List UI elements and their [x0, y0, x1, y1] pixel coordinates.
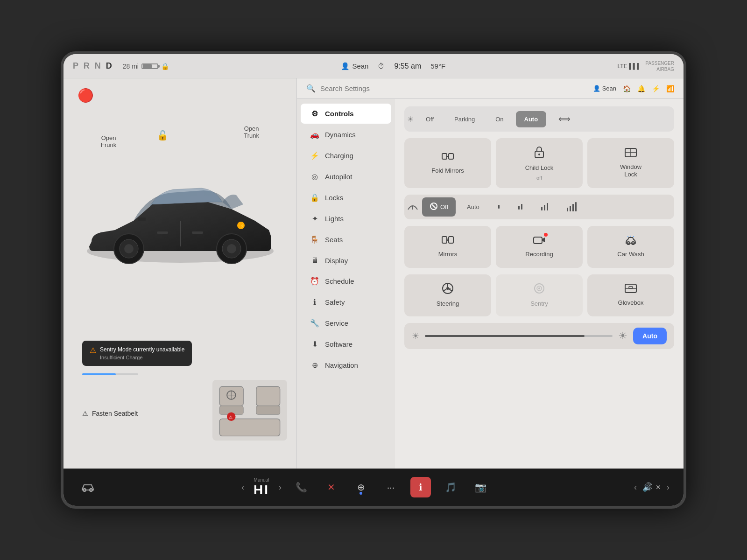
brightness-auto-button[interactable]: Auto [633, 328, 667, 344]
wiper-auto-button[interactable]: Auto [459, 199, 487, 215]
car-taskbar-button[interactable] [78, 477, 98, 497]
nav-item-charging[interactable]: ⚡ Charging [301, 146, 391, 166]
row3-buttons: Steering Sentry [404, 274, 674, 316]
nav-item-display[interactable]: 🖥 Display [301, 251, 391, 270]
autopilot-icon: ◎ [310, 172, 319, 181]
nav-item-dynamics[interactable]: 🚗 Dynamics [301, 125, 391, 145]
clock-icon: ⏱ [378, 62, 385, 70]
signal-icon[interactable]: 📶 [666, 85, 674, 92]
nav-item-service[interactable]: 🔧 Service [301, 313, 391, 333]
nav-item-lights[interactable]: ✦ Lights [301, 209, 391, 229]
seatbelt-text: Fasten Seatbelt [92, 410, 138, 417]
brightness-slider[interactable] [425, 335, 613, 337]
car-wash-button[interactable]: Car Wash [587, 226, 674, 268]
nav-item-safety[interactable]: ℹ Safety [301, 292, 391, 312]
nav-item-software[interactable]: ⬇ Software [301, 334, 391, 354]
svg-rect-34 [442, 237, 447, 243]
fold-mirrors-icon [441, 151, 454, 164]
media-display: Manual HI [254, 477, 269, 497]
info-button[interactable]: ℹ [410, 477, 431, 497]
fold-mirrors-label: Fold Mirrors [431, 167, 464, 175]
wiper-off-button[interactable]: Off [422, 197, 456, 217]
wiper-speed1-button[interactable] [491, 200, 507, 213]
prev-arrow[interactable]: ‹ [241, 483, 244, 492]
light-parking-button[interactable]: Parking [446, 111, 483, 127]
cancel-icon[interactable]: ✕ [321, 477, 341, 497]
nav-item-navigation[interactable]: ⊕ Navigation [301, 355, 391, 375]
steering-label: Steering [437, 300, 459, 308]
nav-item-schedule[interactable]: ⏰ Schedule [301, 271, 391, 291]
vol-next[interactable]: › [667, 483, 669, 492]
svg-rect-36 [534, 237, 542, 244]
profile-icon-item[interactable]: 👤 Sean [593, 85, 616, 92]
alert-icon: ⚠ [82, 410, 88, 417]
child-lock-icon [534, 146, 545, 161]
nav-item-locks[interactable]: 🔒 Locks [301, 188, 391, 208]
navigation-label: Navigation [325, 361, 358, 369]
light-auto-button[interactable]: Auto [516, 111, 547, 127]
high-beam-button[interactable]: ⟺ [550, 109, 579, 129]
glovebox-button[interactable]: Glovebox [587, 274, 674, 316]
phone-button[interactable]: 📞 [291, 477, 311, 497]
vol-prev[interactable]: ‹ [634, 483, 637, 492]
open-frunk-button[interactable]: OpenFrunk [101, 134, 116, 148]
svg-line-47 [449, 289, 452, 291]
controls-content: ☀ Off Parking On Auto ⟺ [395, 99, 684, 469]
open-trunk-button[interactable]: OpenTrunk [244, 125, 259, 139]
taskbar-center: ‹ Manual HI › 📞 ✕ ⊕ ··· ℹ 🎵 📷 [241, 477, 491, 497]
window-lock-label: WindowLock [620, 163, 641, 179]
mirrors-button[interactable]: Mirrors [404, 226, 491, 268]
wiper-speed2-button[interactable] [511, 199, 530, 214]
tesla-screen: P R N D 28 mi 🔒 👤 Sean ⏱ 9:55 am 59°F LT… [61, 51, 686, 509]
control-buttons-grid: Fold Mirrors Child Lock off [404, 138, 674, 188]
trunk-label: OpenTrunk [244, 125, 259, 139]
seat-diagram: ⚠ [212, 380, 287, 441]
light-mode-icon: ☀ [407, 115, 414, 124]
music-button[interactable]: 🎵 [440, 477, 461, 497]
mute-icon: ✕ [655, 483, 661, 491]
sentry-button[interactable]: Sentry [496, 274, 583, 316]
camera-button[interactable]: ⊕ [351, 477, 371, 497]
svg-text:⚠: ⚠ [229, 415, 233, 420]
settings-nav: ⚙ Controls 🚗 Dynamics ⚡ Charging ◎ [297, 99, 395, 469]
wiper-speed3-button[interactable] [534, 198, 556, 215]
home-icon[interactable]: 🏠 [623, 85, 631, 92]
brightness-min-icon: ☀ [412, 331, 419, 341]
volume-control[interactable]: 🔊 ✕ [642, 482, 661, 492]
sentry-icon [533, 282, 545, 297]
glovebox-label: Glovebox [618, 299, 644, 307]
svg-point-27 [538, 154, 540, 155]
software-label: Software [325, 340, 352, 348]
fold-mirrors-button[interactable]: Fold Mirrors [404, 138, 491, 188]
bluetooth-icon[interactable]: ⚡ [652, 85, 660, 92]
user-name-text: Sean [352, 62, 368, 70]
taskbar: ‹ Manual HI › 📞 ✕ ⊕ ··· ℹ 🎵 📷 ‹ [63, 469, 684, 506]
nav-item-seats[interactable]: 🪑 Seats [301, 230, 391, 250]
nav-item-controls[interactable]: ⚙ Controls [301, 104, 391, 124]
more-button[interactable]: ··· [381, 477, 401, 497]
schedule-icon: ⏰ [310, 277, 319, 286]
light-on-button[interactable]: On [487, 111, 512, 127]
window-lock-button[interactable]: WindowLock [587, 138, 674, 188]
seats-label: Seats [325, 236, 343, 244]
steering-button[interactable]: Steering [404, 274, 491, 316]
profile-name: Sean [602, 85, 616, 92]
steering-icon [442, 282, 454, 297]
search-input[interactable] [320, 84, 588, 92]
charging-label: Charging [325, 152, 353, 160]
svg-rect-35 [449, 237, 453, 243]
wiper-speed4-button[interactable] [559, 197, 584, 216]
light-off-button[interactable]: Off [417, 111, 442, 127]
next-arrow[interactable]: › [279, 483, 282, 492]
gear-selector[interactable]: P R N D [73, 61, 113, 71]
recording-button[interactable]: Recording [496, 226, 583, 268]
battery-info: 28 mi 🔒 [123, 63, 169, 70]
child-lock-button[interactable]: Child Lock off [496, 138, 583, 188]
battery-bar-icon [141, 63, 158, 69]
status-bar: P R N D 28 mi 🔒 👤 Sean ⏱ 9:55 am 59°F LT… [63, 54, 684, 78]
station-display: HI [254, 483, 269, 497]
dashcam-button[interactable]: 📷 [470, 477, 491, 497]
nav-item-autopilot[interactable]: ◎ Autopilot [301, 167, 391, 187]
svg-rect-16 [256, 406, 280, 414]
bell-icon[interactable]: 🔔 [637, 85, 645, 92]
